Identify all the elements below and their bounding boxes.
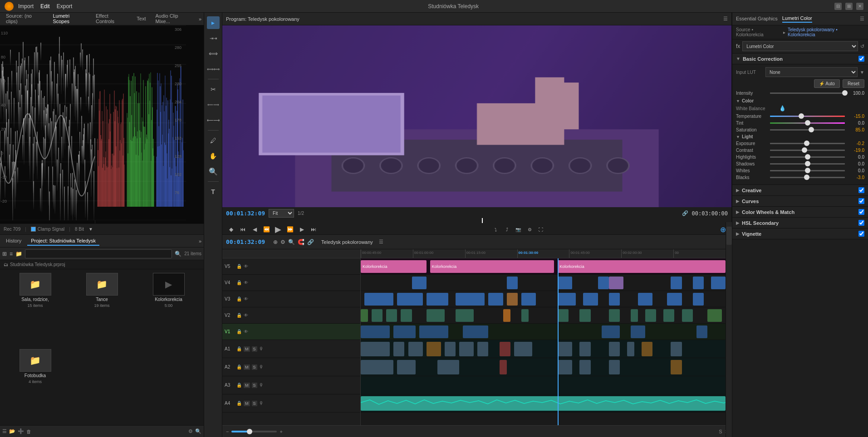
project-delete-icon[interactable]: 🗑 [26,429,31,434]
clip-block[interactable] [401,309,412,322]
timeline-settings-icon[interactable]: ⚙ [280,239,285,245]
hsl-secondary-toggle[interactable] [858,220,864,226]
project-grid-icon[interactable]: ⊞ [2,251,7,257]
clip-block[interactable] [521,309,529,322]
auto-button[interactable]: ⚡ Auto [814,79,840,88]
audio-clip[interactable] [609,360,620,374]
tint-thumb[interactable] [805,120,810,126]
win-close[interactable]: ✕ [856,3,863,10]
step-back-button[interactable]: ◀ [250,224,260,234]
color-wheels-toggle[interactable] [858,209,864,215]
project-list-icon[interactable]: ≡ [10,251,13,257]
blacks-thumb[interactable] [804,175,809,180]
clamp-checkbox[interactable] [31,227,36,232]
text-tool[interactable]: T [207,185,220,198]
clip-block[interactable]: Kolorkorekcia [361,260,427,273]
add-marker-button[interactable]: ◆ [226,224,236,234]
project-settings-icon[interactable]: ⚙ [188,428,193,434]
clip-block[interactable]: Kolorkorekcia [430,260,554,273]
track-solo-button[interactable]: S [252,401,257,406]
project-search-input[interactable] [25,249,172,258]
clip-block[interactable] [507,293,518,306]
clip-block[interactable] [361,325,390,338]
hsl-secondary-section-header[interactable]: ▶ HSL Secondary [732,218,868,228]
clip-block-orange[interactable] [503,309,510,322]
audio-clip[interactable] [558,342,572,356]
track-mic-icon[interactable]: 🎙 [259,383,264,388]
clip-block[interactable] [598,277,609,289]
audio-clip[interactable] [477,342,488,356]
project-new-bin-icon[interactable]: 📂 [9,428,15,434]
clip-block[interactable] [419,325,448,338]
menu-export[interactable]: Export [57,3,73,10]
saturation-thumb[interactable] [809,127,814,132]
overwrite-button[interactable]: ⤴ [502,224,512,234]
search-icon[interactable]: 🔍 [175,251,181,257]
audio-clip[interactable] [642,342,652,356]
audio-clip[interactable] [500,360,507,374]
audio-clip[interactable] [445,342,456,356]
audio-clip[interactable] [609,342,620,356]
zoom-tool[interactable]: 🔍 [207,165,220,178]
timeline-zoom-out[interactable]: − [226,429,229,434]
clip-block[interactable] [609,277,623,289]
basic-correction-header[interactable]: ▼ Basic Correction [732,53,868,64]
clip-block[interactable] [609,293,620,306]
clip-block[interactable] [631,325,645,338]
track-lock-icon[interactable]: 🔒 [236,364,242,369]
monitor-timecode[interactable]: 00:01:32:09 [226,210,265,217]
timeline-search-icon[interactable]: 🔍 [288,239,295,245]
track-mute-button[interactable]: M [244,346,250,352]
clip-block[interactable] [638,293,652,306]
timeline-zoom-in[interactable]: + [280,429,282,434]
clip-block[interactable] [631,309,638,322]
go-to-next-edit-button[interactable]: ⏩ [285,224,295,234]
clip-block[interactable] [667,293,682,306]
clip-block[interactable] [609,309,620,322]
clip-block[interactable] [386,309,397,322]
slip-tool[interactable]: ⟸⟹ [207,98,220,111]
clip-block[interactable] [427,309,445,322]
contrast-thumb[interactable] [802,147,807,153]
track-solo-button[interactable]: S [252,346,257,352]
clip-block[interactable] [456,293,485,306]
list-item[interactable]: 📁 Sala, rodzice, 15 items [4,273,67,345]
audio-clip[interactable] [579,360,590,374]
track-select-tool[interactable]: ⇥⇥ [207,32,220,44]
track-lock-icon[interactable]: 🔒 [236,280,242,285]
right-panel-menu[interactable]: ☰ [860,16,864,22]
audio-clip[interactable] [459,342,474,356]
go-to-previous-edit-button[interactable]: ⏪ [261,224,271,234]
track-lock-icon[interactable]: 🔒 [236,401,242,406]
ripple-edit-tool[interactable]: ⟺ [207,47,220,60]
timeline-add-tracks-icon[interactable]: ⊕ [273,239,278,245]
intensity-slider-track[interactable] [770,92,845,94]
settings-button[interactable]: ⚙ [525,224,535,234]
go-to-in-button[interactable]: ⏮ [238,224,248,234]
tab-lumetri-color[interactable]: Lumetri Color [782,15,812,23]
go-to-out-button[interactable]: ⏭ [309,224,319,234]
clip-block[interactable] [456,309,474,322]
track-mic-icon[interactable]: 🎙 [259,364,264,369]
audio-clip[interactable] [627,342,634,356]
curves-toggle[interactable] [858,198,864,204]
project-new-item-icon[interactable]: ➕ [18,428,24,434]
track-eye-icon[interactable]: 👁 [244,313,248,318]
vignette-section-header[interactable]: ▶ Vignette [732,228,868,239]
clip-block[interactable] [693,277,704,289]
track-solo-button[interactable]: S [252,383,257,388]
list-item[interactable]: 📁 Tance 19 items [70,273,133,345]
track-lock-icon[interactable]: 🔒 [236,329,242,334]
timeline-zoom-slider[interactable] [231,431,277,432]
clip-block[interactable] [558,277,572,289]
audio-clip[interactable] [671,360,682,374]
audio-clip[interactable] [361,342,390,356]
sync-icon[interactable]: 🔗 [682,210,688,216]
lumetri-scopes-tab[interactable]: Lumetri Scopes [49,13,90,26]
timeline-settings-icon[interactable]: S [719,429,722,434]
rolling-edit-tool[interactable]: ⟺⟺ [207,63,220,75]
clip-block[interactable] [602,325,620,338]
track-mute-button[interactable]: M [244,401,250,406]
saturation-slider-track[interactable] [770,129,845,131]
clip-block[interactable] [372,309,383,322]
